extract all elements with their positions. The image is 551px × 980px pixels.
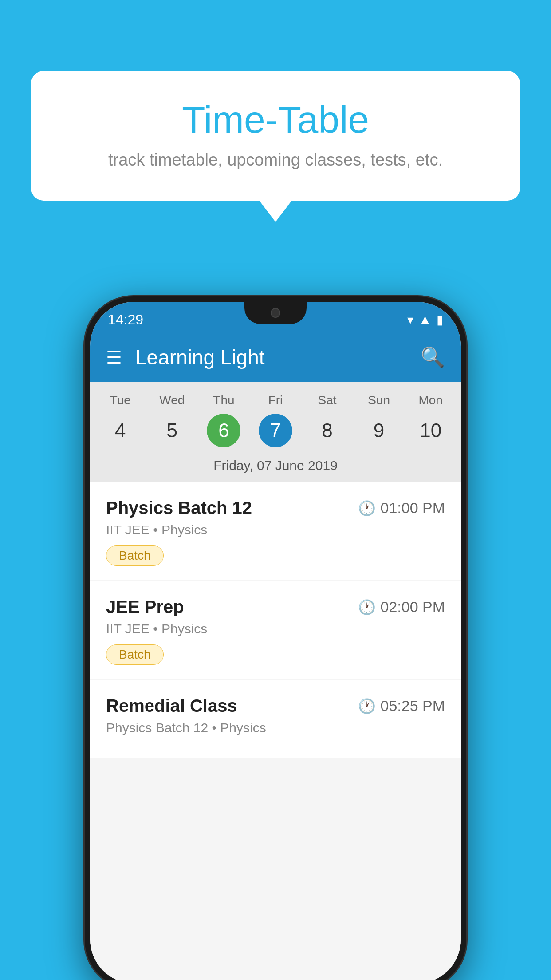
schedule-item-3-subtitle: Physics Batch 12 • Physics — [106, 720, 445, 735]
selected-date-label: Friday, 07 June 2019 — [90, 451, 461, 482]
bubble-title: Time-Table — [67, 98, 484, 142]
schedule-item-3[interactable]: Remedial Class 🕐 05:25 PM Physics Batch … — [90, 680, 461, 758]
day-num-mon: 10 — [414, 414, 448, 447]
bubble-subtitle: track timetable, upcoming classes, tests… — [67, 150, 484, 170]
status-time: 14:29 — [108, 312, 143, 328]
schedule-item-3-time-label: 05:25 PM — [380, 697, 445, 715]
schedule-item-2-header: JEE Prep 🕐 02:00 PM — [106, 597, 445, 617]
hamburger-icon[interactable]: ☰ — [106, 347, 122, 368]
schedule-item-2-time-label: 02:00 PM — [380, 598, 445, 616]
day-col-sun[interactable]: Sun 9 — [357, 393, 401, 447]
signal-icon: ▲ — [419, 312, 431, 327]
day-col-wed[interactable]: Wed 5 — [150, 393, 194, 447]
day-col-thu[interactable]: Thu 6 — [201, 393, 246, 447]
schedule-item-2-badge: Batch — [106, 644, 164, 665]
day-col-mon[interactable]: Mon 10 — [409, 393, 453, 447]
phone-outer: 14:29 ▾ ▲ ▮ ☰ Learning Light 🔍 — [85, 296, 466, 980]
app-bar: ☰ Learning Light 🔍 — [90, 333, 461, 382]
day-num-tue: 4 — [103, 414, 137, 447]
clock-icon-3: 🕐 — [358, 698, 376, 715]
day-name-fri: Fri — [268, 393, 283, 407]
day-col-sat[interactable]: Sat 8 — [305, 393, 350, 447]
phone-mockup: 14:29 ▾ ▲ ▮ ☰ Learning Light 🔍 — [85, 296, 466, 980]
battery-icon: ▮ — [437, 312, 443, 327]
schedule-item-2-title: JEE Prep — [106, 597, 184, 617]
schedule-item-2[interactable]: JEE Prep 🕐 02:00 PM IIT JEE • Physics Ba… — [90, 581, 461, 679]
day-num-wed: 5 — [155, 414, 189, 447]
day-col-tue[interactable]: Tue 4 — [98, 393, 142, 447]
status-icons: ▾ ▲ ▮ — [407, 312, 443, 327]
schedule-item-1-badge: Batch — [106, 545, 164, 566]
day-num-sat: 8 — [311, 414, 344, 447]
day-name-thu: Thu — [213, 393, 234, 407]
notch-camera — [271, 308, 280, 318]
schedule-item-1-time: 🕐 01:00 PM — [358, 499, 445, 517]
speech-bubble-container: Time-Table track timetable, upcoming cla… — [31, 71, 520, 201]
phone-screen: 14:29 ▾ ▲ ▮ ☰ Learning Light 🔍 — [90, 302, 461, 980]
day-name-wed: Wed — [159, 393, 185, 407]
screen-content: 14:29 ▾ ▲ ▮ ☰ Learning Light 🔍 — [90, 302, 461, 980]
schedule-item-2-subtitle: IIT JEE • Physics — [106, 621, 445, 636]
schedule-item-3-time: 🕐 05:25 PM — [358, 697, 445, 715]
schedule-item-1-time-label: 01:00 PM — [380, 499, 445, 517]
day-num-sun: 9 — [362, 414, 396, 447]
day-name-sat: Sat — [318, 393, 337, 407]
schedule-item-1-subtitle: IIT JEE • Physics — [106, 522, 445, 537]
schedule-item-1-title: Physics Batch 12 — [106, 498, 252, 518]
clock-icon-1: 🕐 — [358, 500, 376, 517]
schedule-item-2-time: 🕐 02:00 PM — [358, 598, 445, 616]
phone-notch — [244, 302, 307, 324]
schedule-item-1-header: Physics Batch 12 🕐 01:00 PM — [106, 498, 445, 518]
app-title: Learning Light — [135, 345, 407, 369]
schedule-item-1[interactable]: Physics Batch 12 🕐 01:00 PM IIT JEE • Ph… — [90, 482, 461, 580]
clock-icon-2: 🕐 — [358, 599, 376, 616]
schedule-item-3-title: Remedial Class — [106, 696, 237, 716]
speech-bubble: Time-Table track timetable, upcoming cla… — [31, 71, 520, 201]
day-name-tue: Tue — [110, 393, 131, 407]
day-name-sun: Sun — [368, 393, 390, 407]
day-name-mon: Mon — [418, 393, 442, 407]
schedule-list: Physics Batch 12 🕐 01:00 PM IIT JEE • Ph… — [90, 482, 461, 980]
wifi-icon: ▾ — [407, 312, 413, 327]
day-num-thu: 6 — [207, 414, 240, 447]
day-col-fri[interactable]: Fri 7 — [253, 393, 298, 447]
calendar-header: Tue 4 Wed 5 Thu 6 Fri — [90, 382, 461, 482]
days-row: Tue 4 Wed 5 Thu 6 Fri — [90, 390, 461, 451]
search-icon[interactable]: 🔍 — [421, 346, 445, 369]
day-num-fri: 7 — [259, 414, 292, 447]
schedule-item-3-header: Remedial Class 🕐 05:25 PM — [106, 696, 445, 716]
